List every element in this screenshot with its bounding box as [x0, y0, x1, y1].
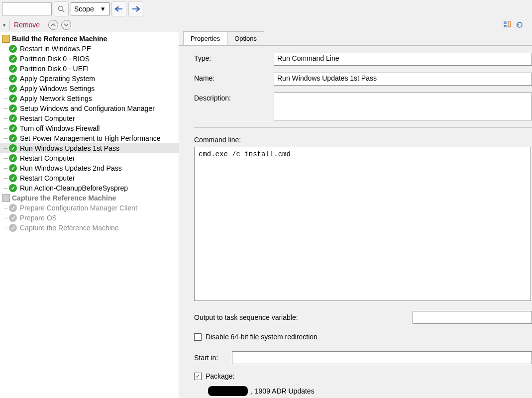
tree-item[interactable]: ✓Prepare Configuration Manager Client — [0, 203, 179, 213]
check-circle-icon: ✓ — [9, 65, 17, 73]
search-button[interactable] — [54, 1, 69, 16]
tree-item-label: Apply Operating System — [20, 75, 95, 83]
check-circle-icon: ✓ — [9, 45, 17, 53]
check-circle-icon: ✓ — [9, 144, 17, 152]
task-sequence-tree: Build the Reference Machine✓Restart in W… — [0, 32, 179, 398]
disable-redirection-checkbox[interactable]: Disable 64-bit file system redirection — [194, 333, 318, 341]
startin-field[interactable] — [232, 351, 532, 364]
check-circle-icon: ✓ — [9, 204, 17, 212]
tab-bar: Properties Options — [179, 31, 532, 45]
tree-item-label: Run Windows Updates 2nd Pass — [20, 164, 122, 172]
folder-icon — [2, 35, 10, 43]
type-label: Type: — [194, 53, 274, 62]
chevron-up-icon — [51, 22, 56, 27]
tree-item[interactable]: ✓Set Power Management to High Performanc… — [0, 133, 179, 143]
tree-item-label: Turn off Windows Firewall — [20, 124, 100, 132]
tree-item[interactable]: ✓Restart Computer — [0, 113, 179, 123]
name-label: Name: — [194, 73, 274, 82]
move-up-button[interactable] — [48, 20, 58, 30]
layout-icon-button[interactable] — [503, 20, 512, 29]
check-circle-icon: ✓ — [9, 134, 17, 142]
scope-dropdown[interactable]: Scope ▼ — [71, 2, 109, 15]
check-circle-icon: ✓ — [9, 124, 17, 132]
properties-panel: Properties Options Type: Run Command Lin… — [179, 32, 532, 398]
check-circle-icon: ✓ — [9, 184, 17, 192]
check-circle-icon: ✓ — [9, 224, 17, 232]
nav-back-button[interactable] — [111, 1, 126, 16]
tree-item[interactable]: ✓Run Windows Updates 2nd Pass — [0, 163, 179, 173]
find-field[interactable] — [2, 2, 52, 15]
command-line-field[interactable]: cmd.exe /c install.cmd — [194, 147, 531, 301]
tab-body: Type: Run Command Line Name: Run Windows… — [179, 45, 532, 398]
tree-item-label: Restart Computer — [20, 154, 75, 162]
chevron-down-icon: ▼ — [100, 5, 106, 12]
package-label: Package: — [206, 372, 234, 380]
chevron-down-icon — [64, 22, 69, 27]
tree-item[interactable]: ✓Restart in Windows PE — [0, 44, 179, 54]
svg-rect-3 — [504, 25, 506, 27]
arrow-right-icon — [131, 5, 140, 12]
name-field[interactable]: Run Windows Updates 1st Pass — [274, 73, 532, 86]
folder-icon — [2, 194, 10, 202]
check-circle-icon: ✓ — [9, 154, 17, 162]
refresh-icon-button[interactable] — [515, 20, 524, 29]
tree-item[interactable]: ✓Apply Windows Settings — [0, 84, 179, 94]
check-circle-icon: ✓ — [9, 164, 17, 172]
type-field: Run Command Line — [274, 53, 532, 66]
tree-item[interactable]: ✓Restart Computer — [0, 153, 179, 163]
tree-group-header[interactable]: Build the Reference Machine — [0, 34, 179, 44]
tree-item-label: Setup Windows and Configuration Manager — [20, 104, 155, 112]
tree-item[interactable]: ✓Setup Windows and Configuration Manager — [0, 103, 179, 113]
check-circle-icon: ✓ — [9, 95, 17, 102]
dropdown-toggle-icon[interactable]: ▾ — [3, 22, 5, 28]
tree-item-label: Restart Computer — [20, 114, 75, 122]
redacted-block — [208, 386, 248, 396]
tree-item[interactable]: ✓Apply Operating System — [0, 74, 179, 84]
tree-group-header[interactable]: Capture the Reference Machine — [0, 193, 179, 203]
check-circle-icon: ✓ — [9, 85, 17, 93]
package-checkbox[interactable]: ✓ Package: — [194, 372, 234, 380]
layout-icon — [504, 21, 512, 29]
tree-item-label: Run Windows Updates 1st Pass — [20, 144, 119, 152]
tab-options[interactable]: Options — [227, 31, 264, 45]
check-circle-icon: ✓ — [9, 104, 17, 112]
divider — [194, 127, 532, 128]
command-line-label: Command line: — [194, 136, 532, 144]
check-circle-icon: ✓ — [9, 214, 17, 222]
tree-item-label: Prepare Configuration Manager Client — [20, 204, 137, 212]
tree-item-label: Partition Disk 0 - BIOS — [20, 55, 90, 63]
separator — [9, 20, 10, 30]
remove-button[interactable]: Remove — [14, 21, 40, 29]
tree-group-title: Build the Reference Machine — [12, 35, 107, 43]
main-split: Build the Reference Machine✓Restart in W… — [0, 32, 532, 398]
tree-item[interactable]: ✓Restart Computer — [0, 173, 179, 183]
check-circle-icon: ✓ — [9, 75, 17, 83]
tab-properties[interactable]: Properties — [183, 31, 227, 45]
tree-item-label: Restart Computer — [20, 174, 75, 182]
tree-item-label: Apply Windows Settings — [20, 85, 95, 93]
tree-item[interactable]: ✓Prepare OS — [0, 213, 179, 223]
description-field[interactable] — [274, 93, 532, 120]
move-down-button[interactable] — [61, 20, 71, 30]
tree-item-label: Restart in Windows PE — [20, 45, 91, 53]
tree-item-label: Set Power Management to High Performance — [20, 134, 160, 142]
nav-forward-button[interactable] — [128, 1, 143, 16]
tree-item[interactable]: ✓Turn off Windows Firewall — [0, 123, 179, 133]
app-root: Scope ▼ ▾ Remove — [0, 0, 532, 398]
tree-item[interactable]: ✓Capture the Reference Machine — [0, 223, 179, 233]
tree-item[interactable]: ✓Run Windows Updates 1st Pass — [0, 143, 179, 153]
tree-item[interactable]: ✓Partition Disk 0 - BIOS — [0, 54, 179, 64]
svg-rect-2 — [504, 22, 506, 23]
svg-line-1 — [63, 10, 65, 12]
svg-point-0 — [59, 6, 63, 11]
tree-item[interactable]: ✓Partition Disk 0 - UEFI — [0, 64, 179, 74]
tree-item[interactable]: ✓Run Action-CleanupBeforeSysprep — [0, 183, 179, 193]
tree-item[interactable]: ✓Apply Network Settings — [0, 94, 179, 103]
refresh-icon — [516, 21, 524, 29]
output-variable-field[interactable] — [413, 311, 532, 324]
scope-label: Scope — [74, 5, 94, 13]
output-variable-label: Output to task sequence variable: — [194, 313, 298, 321]
action-bar: ▾ Remove — [0, 18, 532, 32]
tree-item-label: Prepare OS — [20, 214, 57, 222]
top-toolbar: Scope ▼ — [0, 0, 532, 18]
